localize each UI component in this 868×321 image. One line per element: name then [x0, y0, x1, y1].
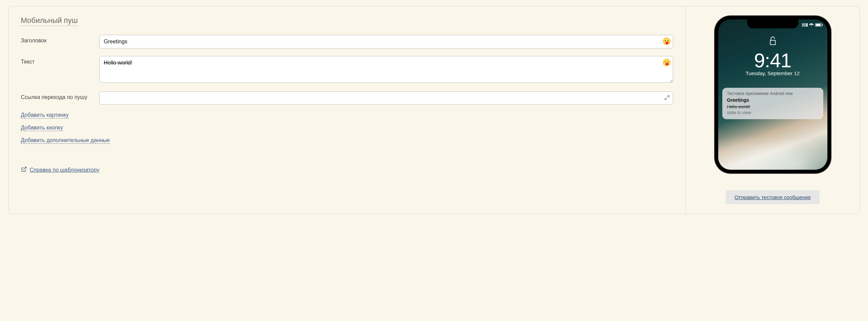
push-link-input[interactable] [99, 92, 673, 104]
label-text: Текст [21, 56, 99, 65]
lock-clock: 9:41 Tuesday, September 12 [718, 49, 827, 76]
add-image-link[interactable]: Добавить картинку [21, 112, 69, 118]
label-link: Ссылка перехода по пушу [21, 92, 99, 100]
section-title: Мобильный пуш [21, 16, 78, 26]
notification-slide-hint: slide to view [727, 110, 819, 115]
add-data-link[interactable]: Добавить дополнительные данные [21, 137, 110, 144]
templating-help-link[interactable]: Справка по шаблонизатору [30, 167, 99, 173]
push-editor-panel: Мобильный пуш Заголовок Текст <span></sp… [8, 6, 860, 214]
expand-icon[interactable] [664, 95, 670, 102]
send-test-button[interactable]: Отправить тестовое сообщение [726, 190, 820, 204]
row-text: Текст <span></span> [21, 56, 673, 84]
emoji-picker-icon[interactable] [663, 59, 670, 66]
signal-icon [802, 23, 808, 27]
emoji-picker-icon[interactable] [663, 38, 670, 45]
add-button-link[interactable]: Добавить кнопку [21, 125, 63, 131]
battery-icon [815, 23, 822, 27]
clock-time: 9:41 [718, 49, 827, 72]
phone-mockup: 9:41 Tuesday, September 12 Тестовое прил… [715, 16, 831, 173]
notification-card: Тестовое приложение Android new Greeting… [722, 88, 823, 119]
status-bar [802, 23, 822, 27]
clock-date: Tuesday, September 12 [718, 70, 827, 76]
preview-pane: 9:41 Tuesday, September 12 Тестовое прил… [685, 6, 859, 214]
notification-body: Hello world! [727, 104, 819, 109]
row-link: Ссылка перехода по пушу [21, 92, 673, 104]
phone-notch [747, 19, 798, 28]
label-title: Заголовок [21, 35, 99, 44]
form-pane: Мобильный пуш Заголовок Текст <span></sp… [9, 6, 685, 214]
title-input[interactable] [99, 35, 673, 48]
lock-icon [769, 36, 777, 47]
phone-screen: 9:41 Tuesday, September 12 Тестовое прил… [718, 19, 827, 170]
text-input[interactable]: <span></span> [99, 56, 673, 83]
help-row: Справка по шаблонизатору [21, 166, 673, 174]
notification-title: Greetings [727, 97, 819, 103]
row-title: Заголовок [21, 35, 673, 48]
notification-app-name: Тестовое приложение Android new [727, 91, 819, 96]
external-link-icon [21, 166, 27, 174]
wifi-icon [809, 23, 814, 27]
